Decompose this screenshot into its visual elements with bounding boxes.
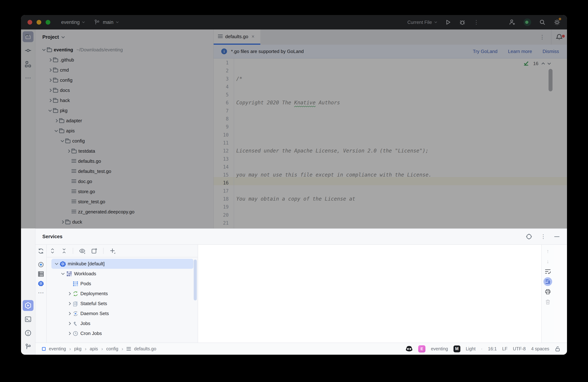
down-button[interactable]: ↓ — [546, 256, 549, 267]
tree-row-store-go[interactable]: store.go — [36, 187, 213, 197]
notifications-button[interactable] — [551, 34, 567, 40]
tree-row-doc-go[interactable]: doc.go — [36, 176, 213, 187]
dismiss-link[interactable]: Dismiss — [543, 49, 559, 54]
avatar[interactable] — [524, 19, 531, 26]
scroll-to-end-button[interactable] — [544, 277, 552, 287]
run-button[interactable] — [445, 19, 451, 25]
copilot-status-icon[interactable] — [405, 345, 413, 353]
debug-button[interactable] — [459, 19, 466, 25]
expand-all-button[interactable] — [50, 248, 55, 254]
svc-row-stateful-sets[interactable]: Stateful Sets — [51, 299, 193, 308]
up-button[interactable]: ↑ — [546, 246, 549, 256]
line-separator[interactable]: LF — [502, 346, 507, 351]
services-detail-area[interactable] — [198, 245, 541, 343]
tree-row-testdata[interactable]: testdata — [36, 146, 213, 156]
add-service-button[interactable] — [109, 248, 116, 254]
tab-options-button[interactable]: ⋮ — [533, 34, 551, 40]
branch-selector[interactable]: main — [94, 19, 118, 25]
editor-gutter[interactable]: 1 2 3 4 5 6 7 8 9 10 11 12 13 — [214, 58, 234, 229]
tree-row-zz-generated[interactable]: zz_generated.deepcopy.go — [36, 207, 213, 217]
stripe-more-button[interactable]: ⋯ — [23, 73, 34, 83]
stripe-services-button[interactable] — [23, 300, 34, 311]
minimize-window-button[interactable] — [37, 20, 41, 25]
tree-row-config[interactable]: config — [36, 75, 213, 85]
tab-defaults-go[interactable]: defaults.go × — [214, 29, 260, 45]
settings-button[interactable] — [554, 19, 561, 26]
tree-row-eventing[interactable]: eventing ~/Downloads/eventing — [36, 45, 213, 55]
tree-row-pkg[interactable]: pkg — [36, 105, 213, 115]
svc-row-jobs[interactable]: Jobs — [51, 319, 193, 328]
close-window-button[interactable] — [27, 20, 32, 25]
tree-row-defaults-test-go[interactable]: defaults_test.go — [36, 166, 213, 176]
tree-row-hack[interactable]: hack — [36, 95, 213, 105]
theme-badge[interactable]: M — [454, 345, 460, 352]
editor-scrollbar-thumb[interactable] — [548, 69, 552, 91]
stripe-commit-button[interactable] — [23, 45, 34, 56]
tree-row-cmd[interactable]: cmd — [36, 65, 213, 75]
env-badge[interactable]: E — [418, 345, 425, 353]
stripe-git-button[interactable] — [23, 341, 34, 352]
tree-row-defaults-go[interactable]: defaults.go — [36, 156, 213, 166]
learn-more-link[interactable]: Learn more — [508, 49, 532, 54]
delete-button[interactable] — [545, 297, 551, 307]
more-actions-button[interactable]: ⋮ — [474, 19, 479, 25]
print-button[interactable] — [545, 287, 551, 297]
soft-wrap-button[interactable] — [545, 267, 551, 277]
breadcrumb-config[interactable]: config — [106, 346, 118, 351]
tree-row-adapter[interactable]: adapter — [36, 115, 213, 126]
breadcrumb-eventing[interactable]: eventing — [49, 346, 66, 351]
open-in-new-tab-button[interactable] — [91, 248, 97, 254]
services-scrollbar-thumb[interactable] — [194, 260, 197, 300]
stripe-structure-button[interactable] — [23, 59, 34, 70]
run-dashboard-target-button[interactable] — [38, 260, 44, 269]
svc-row-pods[interactable]: Pods — [51, 279, 193, 289]
search-icon[interactable] — [539, 19, 546, 25]
file-encoding[interactable]: UTF-8 — [513, 346, 526, 351]
services-tree-column: minikube [default] — [47, 245, 198, 343]
inspection-widget[interactable]: 16 — [523, 60, 550, 67]
svc-row-daemon-sets[interactable]: Daemon Sets — [51, 308, 193, 319]
typos-check-icon — [523, 60, 529, 67]
refresh-button[interactable] — [38, 245, 44, 257]
services-options-button[interactable]: ⋮ — [541, 234, 546, 239]
run-config-selector[interactable]: Current File — [407, 19, 437, 25]
env-name[interactable]: eventing — [431, 346, 448, 351]
locate-icon[interactable] — [526, 233, 532, 240]
svc-row-workloads[interactable]: Workloads — [51, 269, 193, 279]
svc-row-deployments[interactable]: Deployments — [51, 289, 193, 299]
breadcrumb-apis[interactable]: apis — [90, 346, 98, 351]
kubernetes-contexts-button[interactable] — [38, 279, 44, 288]
next-problem-button[interactable] — [547, 61, 551, 65]
zoom-window-button[interactable] — [46, 20, 50, 25]
tree-row-store-test-go[interactable]: store_test.go — [36, 197, 213, 207]
caret-position[interactable]: 16:1 — [488, 346, 497, 351]
tree-row-duck[interactable]: duck — [36, 217, 213, 227]
tree-row-apis-config[interactable]: config — [36, 136, 213, 146]
indent-style[interactable]: 4 spaces — [531, 346, 549, 351]
stripe-project-button[interactable] — [23, 31, 34, 42]
close-tab-icon[interactable]: × — [252, 34, 254, 39]
tree-row-docs[interactable]: docs — [36, 85, 213, 95]
editor-body[interactable]: 1 2 3 4 5 6 7 8 9 10 11 12 13 — [214, 58, 567, 229]
svc-row-cron-jobs[interactable]: Cron Jobs — [51, 328, 193, 338]
tree-row-apis[interactable]: apis — [36, 126, 213, 136]
try-goland-link[interactable]: Try GoLand — [473, 49, 498, 54]
breadcrumb-pkg[interactable]: pkg — [74, 346, 82, 351]
servers-list-button[interactable] — [38, 269, 44, 279]
breadcrumb-defaults-go[interactable]: defaults.go — [134, 346, 156, 351]
lock-icon[interactable] — [555, 346, 561, 352]
tree-row-github[interactable]: .github — [36, 55, 213, 65]
collapse-all-button[interactable] — [61, 248, 67, 254]
theme-name[interactable]: Light — [466, 346, 476, 351]
view-options-button[interactable] — [79, 248, 85, 254]
project-panel-header[interactable]: Project — [36, 29, 213, 45]
code-area[interactable]: /* Copyright 2020 The Knative Authors Li… — [234, 58, 567, 229]
stripe-problems-button[interactable] — [23, 327, 34, 338]
svc-row-minikube[interactable]: minikube [default] — [51, 259, 193, 269]
stripe-terminal-button[interactable] — [23, 314, 34, 325]
project-selector[interactable]: eventing — [61, 19, 84, 25]
services-more-button[interactable]: ⋯ — [38, 288, 44, 298]
code-with-me-icon[interactable] — [509, 19, 516, 26]
hide-panel-button[interactable] — [554, 236, 559, 237]
prev-problem-button[interactable] — [542, 62, 545, 66]
